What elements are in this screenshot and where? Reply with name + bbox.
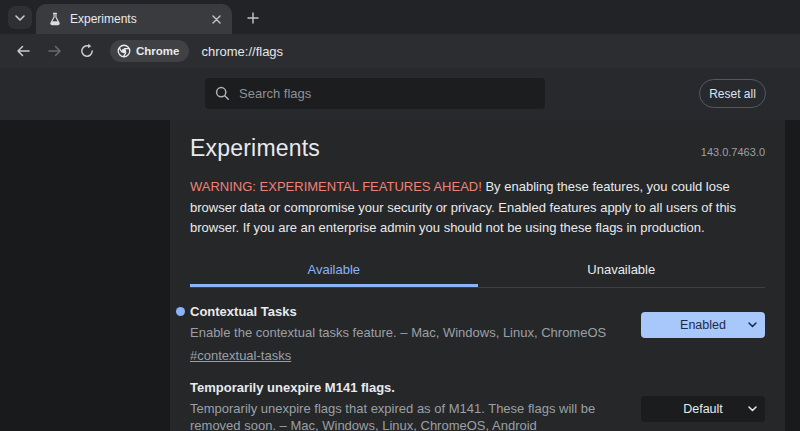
- flag-description: Temporarily unexpire flags that expired …: [190, 400, 615, 431]
- search-input[interactable]: [239, 86, 535, 101]
- modified-indicator-dot: [176, 307, 185, 316]
- new-tab-button[interactable]: [242, 7, 264, 29]
- tab-close-icon[interactable]: [208, 11, 224, 27]
- reload-button[interactable]: [74, 38, 100, 64]
- chrome-logo-icon: [117, 44, 131, 58]
- warning-text: WARNING: EXPERIMENTAL FEATURES AHEAD! By…: [190, 177, 765, 239]
- tab-title: Experiments: [70, 12, 208, 26]
- flags-content: Experiments 143.0.7463.0 WARNING: EXPERI…: [0, 120, 800, 431]
- flag-description: Enable the contextual tasks feature. – M…: [190, 324, 615, 341]
- flag-row-unexpire-m141: Temporarily unexpire M141 flags. Tempora…: [190, 364, 765, 431]
- version-number: 143.0.7463.0: [701, 146, 765, 158]
- tab-search-button[interactable]: [8, 6, 32, 29]
- page-title: Experiments: [190, 135, 320, 162]
- flag-select-contextual-tasks[interactable]: Enabled: [641, 312, 765, 338]
- plus-icon: [247, 12, 259, 24]
- flask-icon: [48, 12, 62, 26]
- flag-row-contextual-tasks: Contextual Tasks Enable the contextual t…: [190, 288, 765, 364]
- search-flags-box[interactable]: [205, 78, 545, 109]
- flag-name: Temporarily unexpire M141 flags.: [190, 380, 615, 395]
- flag-name: Contextual Tasks: [190, 304, 615, 319]
- flags-tabs: Available Unavailable: [190, 254, 765, 288]
- chevron-down-icon: [15, 15, 25, 21]
- flag-permalink[interactable]: #contextual-tasks: [190, 348, 291, 363]
- url-text[interactable]: chrome://flags: [201, 44, 283, 59]
- flag-select-unexpire-m141[interactable]: Default: [641, 396, 765, 422]
- back-button[interactable]: [10, 38, 36, 64]
- forward-button[interactable]: [42, 38, 68, 64]
- chevron-down-icon: [748, 406, 757, 412]
- tab-unavailable[interactable]: Unavailable: [478, 254, 766, 287]
- chrome-chip[interactable]: Chrome: [110, 40, 189, 62]
- browser-toolbar: Chrome chrome://flags: [0, 34, 800, 68]
- select-value: Enabled: [680, 318, 726, 332]
- reload-icon: [79, 43, 95, 59]
- forward-arrow-icon: [47, 43, 63, 59]
- chip-label: Chrome: [136, 45, 179, 57]
- experiments-card: Experiments 143.0.7463.0 WARNING: EXPERI…: [170, 120, 785, 431]
- reset-all-button[interactable]: Reset all: [699, 79, 766, 108]
- search-icon: [215, 86, 230, 101]
- select-value: Default: [683, 402, 723, 416]
- tab-available[interactable]: Available: [190, 254, 478, 287]
- browser-window: Experiments: [0, 0, 800, 431]
- tab-strip: Experiments: [0, 0, 800, 34]
- browser-tab-experiments[interactable]: Experiments: [36, 4, 232, 34]
- flags-header: Reset all: [0, 68, 800, 120]
- warning-highlight: WARNING: EXPERIMENTAL FEATURES AHEAD!: [190, 179, 482, 194]
- back-arrow-icon: [15, 43, 31, 59]
- chevron-down-icon: [748, 322, 757, 328]
